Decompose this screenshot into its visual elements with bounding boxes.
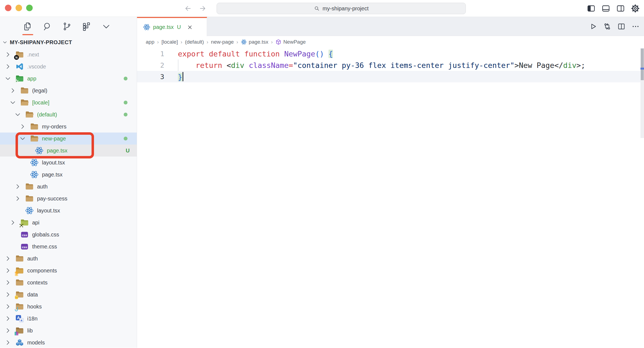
tree-item-components[interactable]: components: [0, 265, 137, 277]
tree-item-locale[interactable]: [locale]: [0, 97, 137, 109]
code-token: {: [329, 50, 333, 58]
code-line-2[interactable]: 2 return <div className="container py-36…: [137, 59, 644, 71]
tree-item-models[interactable]: models: [0, 337, 137, 348]
breadcrumb-item-label: page.tsx: [249, 39, 268, 45]
tree-item-api[interactable]: api: [0, 217, 137, 229]
tree-item-layout.tsx[interactable]: layout.tsx: [0, 205, 137, 217]
settings-gear-icon[interactable]: [631, 4, 640, 13]
scrollbar-thumb[interactable]: [641, 49, 644, 80]
history-nav: [184, 0, 206, 17]
tree-item-theme.css[interactable]: csstheme.css: [0, 241, 137, 253]
search-icon: [314, 5, 320, 11]
tree-item-contexts[interactable]: contexts: [0, 277, 137, 289]
more-actions-icon[interactable]: [631, 22, 640, 31]
tree-item-my-orders[interactable]: my-orders: [0, 121, 137, 133]
tree-item-label: app: [27, 76, 36, 82]
tree-item-data[interactable]: data: [0, 289, 137, 301]
hooks-folder-icon: [15, 302, 24, 311]
chevron-right-icon[interactable]: [4, 291, 11, 298]
svg-text:css: css: [22, 233, 27, 237]
code-editor[interactable]: 1export default function NewPage() {2 re…: [137, 48, 644, 82]
code-token: export default function: [178, 50, 284, 58]
code-line-3[interactable]: 3}: [137, 71, 644, 82]
chevron-right-icon[interactable]: [4, 279, 11, 286]
chevron-right-icon[interactable]: [9, 87, 16, 94]
back-arrow-icon[interactable]: [184, 5, 192, 12]
close-icon[interactable]: [187, 24, 193, 30]
chevron-right-icon[interactable]: [19, 123, 26, 130]
chevron-right-icon[interactable]: [4, 267, 11, 274]
chevron-right-icon[interactable]: [4, 303, 11, 310]
code-line-content: return <div className="container py-36 f…: [178, 61, 585, 70]
layout-sidebar-right-icon[interactable]: [616, 4, 625, 13]
split-editor-icon[interactable]: [617, 22, 625, 31]
chevron-down-icon: [2, 40, 8, 45]
explorer-icon[interactable]: [23, 22, 32, 31]
scrollbar[interactable]: [640, 48, 644, 138]
tree-item-page.tsx[interactable]: page.tsxU: [0, 145, 137, 157]
svg-text:a: a: [21, 319, 23, 322]
breadcrumb-item-locale[interactable]: [locale]: [162, 39, 178, 45]
git-modified-dot-badge: [124, 101, 127, 104]
breadcrumb-item-default[interactable]: (default): [185, 39, 204, 45]
tab-page-tsx[interactable]: page.tsx U: [137, 17, 207, 36]
code-token: >New Page</: [515, 61, 563, 70]
tree-item-legal[interactable]: (legal): [0, 85, 137, 97]
breadcrumb-separator: ›: [157, 39, 159, 45]
chevron-right-icon[interactable]: [14, 183, 21, 190]
twisty-spacer: [9, 231, 16, 238]
breadcrumb-item-page.tsx[interactable]: page.tsx: [241, 39, 268, 45]
chevron-right-icon[interactable]: [4, 327, 11, 334]
chevron-down-icon[interactable]: [14, 111, 21, 118]
nextjs-folder-icon: N: [15, 50, 24, 59]
tree-item-page.tsx[interactable]: page.tsx: [0, 169, 137, 181]
forward-arrow-icon[interactable]: [199, 5, 206, 12]
chevron-right-icon[interactable]: [4, 339, 11, 346]
code-token: [244, 61, 249, 70]
breadcrumb-item-new-page[interactable]: new-page: [211, 39, 234, 45]
breadcrumb-item-newpage[interactable]: NewPage: [275, 39, 306, 45]
chevron-right-icon[interactable]: [4, 63, 11, 70]
breadcrumb-item-app[interactable]: app: [146, 39, 154, 45]
tree-item-default[interactable]: (default): [0, 109, 137, 121]
search-icon[interactable]: [43, 22, 52, 31]
code-line-1[interactable]: 1export default function NewPage() {: [137, 48, 644, 59]
chevron-right-icon[interactable]: [9, 219, 16, 226]
command-center-search[interactable]: my-shipany-project: [217, 3, 466, 14]
tree-item-auth[interactable]: auth: [0, 181, 137, 193]
tree-item-pay-success[interactable]: pay-success: [0, 193, 137, 205]
chevron-down-icon[interactable]: [4, 75, 11, 82]
chevron-down-icon[interactable]: [102, 22, 111, 31]
layout-panel-bottom-icon[interactable]: [602, 4, 610, 13]
tree-item-globals.css[interactable]: cssglobals.css: [0, 229, 137, 241]
chevron-right-icon[interactable]: [14, 195, 21, 202]
open-changes-icon[interactable]: [603, 22, 611, 31]
extensions-icon[interactable]: [82, 22, 91, 31]
tree-item-i18n[interactable]: Aai18n: [0, 313, 137, 325]
project-title: MY-SHIPANY-PROJECT: [10, 39, 72, 46]
tree-item-.next[interactable]: N.next: [0, 49, 137, 61]
close-window-button[interactable]: [5, 5, 11, 11]
chevron-right-icon[interactable]: [4, 51, 11, 58]
explorer-header[interactable]: MY-SHIPANY-PROJECT: [0, 36, 137, 49]
source-control-icon[interactable]: [62, 22, 72, 31]
tree-item-lib[interactable]: lib: [0, 325, 137, 337]
chevron-down-icon[interactable]: [19, 135, 26, 142]
chevron-down-icon[interactable]: [9, 99, 16, 106]
chevron-right-icon[interactable]: [4, 255, 11, 262]
tree-item-new-page[interactable]: new-page: [0, 133, 137, 145]
zoom-window-button[interactable]: [26, 5, 33, 11]
folder-badge-icon: N: [14, 55, 19, 60]
api-folder-icon: [20, 218, 29, 227]
components-folder-icon: [15, 266, 24, 275]
tree-item-.vscode[interactable]: .vscode: [0, 61, 137, 73]
layout-sidebar-left-icon[interactable]: [587, 4, 596, 13]
tree-item-hooks[interactable]: hooks: [0, 301, 137, 313]
tree-item-label: models: [27, 340, 45, 346]
tree-item-auth[interactable]: auth: [0, 253, 137, 265]
run-icon[interactable]: [589, 22, 597, 31]
tree-item-app[interactable]: app: [0, 73, 137, 85]
minimize-window-button[interactable]: [16, 5, 22, 11]
tree-item-layout.tsx[interactable]: layout.tsx: [0, 157, 137, 169]
chevron-right-icon[interactable]: [4, 315, 11, 322]
